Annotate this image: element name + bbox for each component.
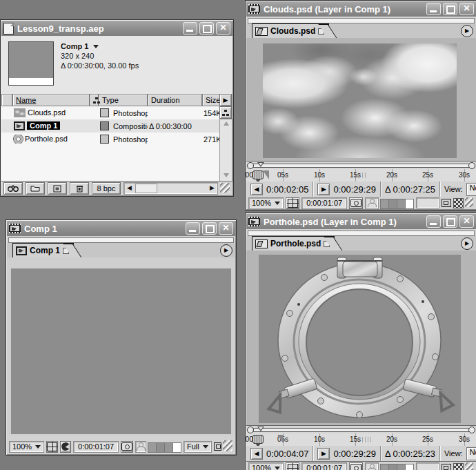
window-menu-button[interactable]: ▶ [220, 244, 232, 257]
bit-depth-button[interactable]: 8 bpc [92, 182, 121, 195]
clouds-image[interactable] [263, 43, 457, 158]
column-name[interactable]: Name [12, 94, 90, 106]
window-menu-button[interactable]: ▶ [461, 25, 473, 37]
comp-name-dropdown[interactable]: Comp 1 [61, 41, 139, 51]
scroll-right-icon[interactable]: ▶ [210, 184, 215, 192]
panel-expand-button[interactable]: ▶ [219, 94, 232, 106]
comp-canvas[interactable] [11, 268, 231, 434]
transparency-grid-icon[interactable] [453, 198, 464, 208]
scroll-up-icon[interactable] [224, 121, 229, 126]
magnification-dropdown[interactable]: 100% [248, 462, 284, 470]
porthole-time-ruler[interactable]: 0:00 05s 10s 15s 20s 25s 30s [246, 433, 476, 447]
current-time-button[interactable]: 0:00:01:07 [301, 197, 347, 209]
horizontal-scrollbar[interactable]: ◀ ▶ [123, 182, 218, 195]
column-duration[interactable]: Duration [148, 94, 202, 106]
set-out-point-button[interactable]: ▶ [317, 184, 330, 195]
table-row[interactable]: Porthole.psd Photoshop 271K [1, 133, 219, 146]
show-channel-button[interactable] [365, 462, 379, 470]
channel-swatches[interactable] [381, 464, 414, 470]
current-time-button[interactable]: 0:00:01:07 [301, 462, 347, 470]
flowchart-view-button[interactable] [219, 106, 232, 119]
vertical-scrollbar[interactable] [219, 119, 232, 182]
safe-zones-button[interactable] [286, 462, 299, 470]
navigator-marker[interactable] [257, 427, 264, 431]
navigator-right-cap[interactable] [468, 427, 475, 433]
tab-target-icon[interactable] [63, 248, 69, 254]
navigator-track[interactable] [252, 164, 470, 168]
scroll-down-icon[interactable] [224, 173, 229, 177]
navigator-marker[interactable] [257, 162, 264, 167]
tab-clouds[interactable]: Clouds.psd [252, 23, 329, 38]
snapshot-button[interactable] [349, 462, 363, 470]
delete-button[interactable] [70, 182, 89, 195]
clouds-time-ruler[interactable]: 0:00 05s 10s 15s 20s 25s 30s [246, 169, 476, 182]
window-menu-button[interactable]: ▶ [461, 237, 473, 250]
current-time-grabber[interactable] [252, 435, 264, 444]
magnification-dropdown[interactable]: 100% [9, 441, 44, 453]
tab-target-icon[interactable] [324, 241, 330, 247]
show-channel-button[interactable] [135, 441, 146, 453]
resize-grip[interactable] [223, 440, 232, 451]
find-button[interactable] [3, 182, 23, 195]
resolution-dropdown[interactable]: Full [184, 441, 212, 453]
maximize-icon[interactable] [443, 3, 457, 15]
view-dropdown[interactable]: None [466, 183, 476, 196]
porthole-image[interactable] [259, 255, 461, 423]
in-point-handle[interactable] [263, 170, 269, 179]
minimize-icon[interactable] [186, 222, 200, 235]
navigator-track[interactable] [252, 428, 470, 432]
resize-grip[interactable] [465, 197, 473, 207]
scrollbar-thumb[interactable] [135, 184, 157, 193]
set-in-point-button[interactable]: ◀ [250, 184, 263, 195]
current-time-button[interactable]: 0:00:01:07 [73, 441, 119, 453]
close-icon[interactable]: ✕ [216, 22, 230, 35]
column-gutter[interactable] [1, 94, 12, 106]
close-icon[interactable]: ✕ [459, 3, 474, 15]
maximize-icon[interactable] [199, 22, 214, 35]
column-type[interactable]: Type [99, 94, 148, 106]
channel-swatches[interactable] [148, 442, 181, 451]
region-of-interest-icon[interactable] [442, 464, 451, 470]
maximize-icon[interactable] [202, 222, 217, 235]
tab-target-icon[interactable] [318, 28, 324, 35]
alpha-channel-swatch[interactable] [172, 442, 181, 453]
set-in-point-button[interactable]: ◀ [250, 448, 263, 460]
view-dropdown[interactable]: None [466, 447, 476, 460]
region-of-interest-button[interactable] [60, 441, 71, 453]
tab-porthole[interactable]: Porthole.psd [252, 236, 335, 251]
label-swatch[interactable] [100, 135, 109, 144]
resize-grip[interactable] [465, 462, 473, 470]
navigator-left-cap[interactable] [247, 427, 254, 433]
minimize-icon[interactable] [426, 3, 441, 15]
safe-zones-button[interactable] [286, 197, 299, 209]
navigator-right-cap[interactable] [468, 162, 475, 169]
navigator-left-cap[interactable] [247, 162, 254, 169]
new-folder-button[interactable] [26, 182, 45, 195]
transparency-grid-icon[interactable] [453, 463, 464, 470]
new-composition-button[interactable] [48, 182, 67, 195]
view-options-icon[interactable] [214, 442, 221, 451]
minimize-icon[interactable] [426, 215, 441, 228]
show-channel-button[interactable] [365, 197, 379, 209]
set-out-point-button[interactable]: ▶ [317, 448, 330, 460]
current-time-grabber[interactable] [252, 170, 264, 179]
table-row-selected[interactable]: Comp 1 Composition Δ 0:00:30:00 [1, 119, 219, 133]
channel-swatches[interactable] [381, 199, 414, 208]
in-point-handle[interactable] [277, 435, 284, 444]
snapshot-button[interactable] [349, 197, 363, 209]
clouds-titlebar[interactable]: Clouds.psd (Layer in Comp 1) ✕ [246, 1, 476, 17]
magnification-dropdown[interactable]: 100% [248, 197, 284, 209]
close-icon[interactable]: ✕ [459, 215, 474, 228]
table-row[interactable]: Clouds.psd Photoshop 154K [1, 106, 219, 119]
label-swatch[interactable] [100, 108, 109, 117]
scroll-left-icon[interactable]: ◀ [127, 184, 132, 192]
resize-grip[interactable] [220, 183, 230, 193]
project-titlebar[interactable]: Lesson9_transp.aep ✕ [1, 21, 232, 36]
column-flowchart[interactable] [90, 94, 99, 106]
tab-comp1[interactable]: Comp 1 [12, 243, 74, 257]
porthole-titlebar[interactable]: Porthole.psd (Layer in Comp 1) ✕ [246, 214, 476, 229]
close-icon[interactable]: ✕ [219, 222, 233, 235]
comp-titlebar[interactable]: Comp 1 ✕ [7, 221, 235, 236]
minimize-icon[interactable] [183, 22, 197, 35]
maximize-icon[interactable] [443, 215, 457, 228]
